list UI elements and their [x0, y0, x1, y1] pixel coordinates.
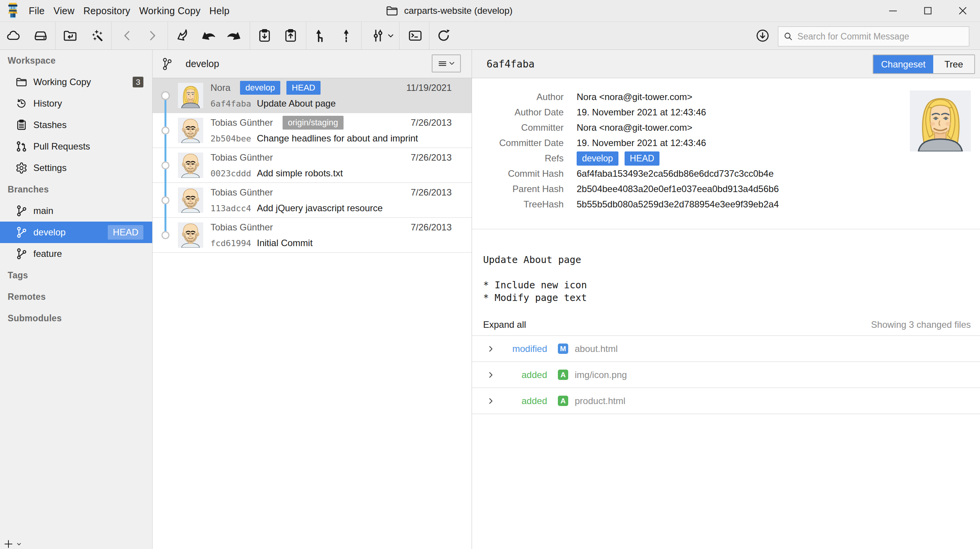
commit-row[interactable]: Tobias Günther 7/26/2013 fcd61994 Initia… — [153, 218, 472, 253]
avatar-nora-large — [910, 90, 971, 151]
avatar-tobias — [178, 222, 203, 248]
sidebar-item-working-copy[interactable]: Working Copy 3 — [0, 71, 152, 93]
content: Workspace Working Copy 3 History Stashes… — [0, 50, 980, 549]
field-value-author-date: 19. November 2021 at 12:43:46 — [577, 107, 706, 118]
file-row[interactable]: modified M about.html — [472, 336, 980, 362]
commit-list-header: develop — [153, 50, 472, 78]
stash-clipboard-icon — [15, 119, 28, 131]
undo-button[interactable] — [201, 28, 216, 43]
file-status-badge-a: A — [558, 370, 568, 380]
compare-button[interactable] — [370, 28, 395, 43]
sidebar-section-tags[interactable]: Tags — [0, 265, 152, 286]
commit-hash: 0023cddd — [210, 169, 251, 178]
list-options-button[interactable] — [432, 54, 461, 72]
commit-hash: 113adcc4 — [210, 204, 251, 213]
chevron-right-icon[interactable] — [487, 371, 495, 379]
search-icon — [783, 31, 793, 42]
sidebar-section-submodules[interactable]: Submodules — [0, 307, 152, 329]
file-name: about.html — [575, 344, 618, 354]
sidebar-item-stashes[interactable]: Stashes — [0, 114, 152, 136]
sidebar-branch-feature[interactable]: feature — [0, 243, 152, 265]
close-button[interactable] — [945, 0, 980, 21]
redo-button[interactable] — [227, 28, 242, 43]
field-value-committer: Nora <nora@git-tower.com> — [577, 122, 692, 133]
tab-changeset[interactable]: Changeset — [873, 55, 933, 73]
pull-request-icon — [15, 140, 28, 153]
sidebar-item-pull-requests[interactable]: Pull Requests — [0, 136, 152, 157]
ref-badge-origin-staging: origin/staging — [283, 116, 344, 130]
menu-repository[interactable]: Repository — [83, 5, 130, 16]
open-repository-button[interactable] — [62, 28, 78, 43]
tab-tree[interactable]: Tree — [933, 55, 974, 73]
commit-graph-node — [161, 161, 169, 169]
commit-message: Change headlines for about and imprint — [257, 133, 418, 144]
commit-row[interactable]: Tobias Günther 7/26/2013 0023cddd Add si… — [153, 148, 472, 183]
tower-logo-icon — [8, 3, 18, 18]
avatar-tobias — [178, 118, 203, 143]
folder-icon — [15, 76, 28, 88]
toolbar-separator — [361, 22, 362, 49]
sidebar-item-label: feature — [33, 248, 62, 259]
push-button[interactable] — [283, 28, 298, 43]
hard-drive-icon — [33, 28, 48, 43]
sidebar-item-label: Working Copy — [33, 77, 91, 87]
add-repository-button[interactable] — [3, 539, 21, 549]
sidebar-section-remotes[interactable]: Remotes — [0, 286, 152, 307]
toolbar-separator — [429, 22, 429, 49]
commit-message: Add simple robots.txt — [257, 168, 343, 179]
file-name: img/icon.png — [575, 370, 627, 380]
menubar: File View Repository Working Copy Help — [29, 0, 230, 21]
cloud-button[interactable] — [6, 28, 21, 43]
sidebar-item-label: main — [33, 205, 53, 216]
refresh-button[interactable] — [436, 28, 451, 43]
magic-wand-icon — [89, 28, 104, 43]
maximize-button[interactable] — [910, 0, 945, 21]
field-label: Parent Hash — [472, 184, 564, 194]
terminal-button[interactable] — [408, 28, 423, 43]
ref-badge-head: HEAD — [286, 81, 321, 95]
working-copy-count-badge: 3 — [133, 77, 143, 87]
chevron-left-icon — [121, 29, 134, 42]
menu-view[interactable]: View — [53, 5, 74, 16]
file-row[interactable]: added A product.html — [472, 388, 980, 414]
menu-file[interactable]: File — [29, 5, 44, 16]
pull-button[interactable] — [257, 28, 272, 43]
commit-hash: 6af4faba — [210, 99, 251, 108]
menu-help[interactable]: Help — [209, 5, 230, 16]
fetch-button[interactable] — [755, 28, 770, 43]
sidebar-section-branches: Branches — [0, 179, 152, 200]
sidebar-item-settings[interactable]: Settings — [0, 157, 152, 179]
commit-row[interactable]: Tobias Günther 7/26/2013 113adcc4 Add jQ… — [153, 183, 472, 218]
sidebar-branch-develop[interactable]: develop HEAD — [0, 222, 152, 243]
details-commit-hash-title: 6af4faba — [487, 50, 534, 78]
head-badge: HEAD — [108, 225, 143, 240]
file-row[interactable]: added A img/icon.png — [472, 362, 980, 388]
cherry-pick-button[interactable] — [339, 28, 354, 43]
file-status: added — [495, 396, 547, 406]
commit-date: 11/19/2021 — [406, 82, 452, 93]
forward-button[interactable] — [146, 29, 159, 42]
menu-working-copy[interactable]: Working Copy — [139, 5, 201, 16]
chevron-right-icon[interactable] — [487, 397, 495, 405]
files-toolbar: Expand all Showing 3 changed files — [483, 314, 971, 335]
merge-button[interactable] — [313, 28, 328, 43]
sidebar-item-label: Stashes — [33, 120, 67, 130]
tower-window: File View Repository Working Copy Help c… — [0, 0, 980, 549]
local-repo-button[interactable] — [33, 28, 48, 43]
commit-row[interactable]: Nora develop HEAD 11/19/2021 6af4faba Up… — [153, 78, 472, 113]
commit-graph-node — [161, 196, 169, 204]
minimize-button[interactable] — [875, 0, 910, 21]
toolbar — [0, 21, 980, 50]
commit-row[interactable]: Tobias Günther origin/staging 7/26/2013 … — [153, 113, 472, 148]
sidebar-item-history[interactable]: History — [0, 93, 152, 114]
back-button[interactable] — [121, 29, 134, 42]
checkout-button[interactable] — [176, 28, 191, 43]
quick-actions-button[interactable] — [89, 28, 104, 43]
chevron-right-icon[interactable] — [487, 345, 495, 353]
expand-all-button[interactable]: Expand all — [483, 319, 526, 330]
search-input[interactable] — [797, 31, 964, 42]
sidebar-branch-main[interactable]: main — [0, 200, 152, 222]
chevron-down-icon — [386, 31, 395, 40]
merge-icon — [313, 28, 328, 43]
gear-icon — [15, 162, 28, 174]
